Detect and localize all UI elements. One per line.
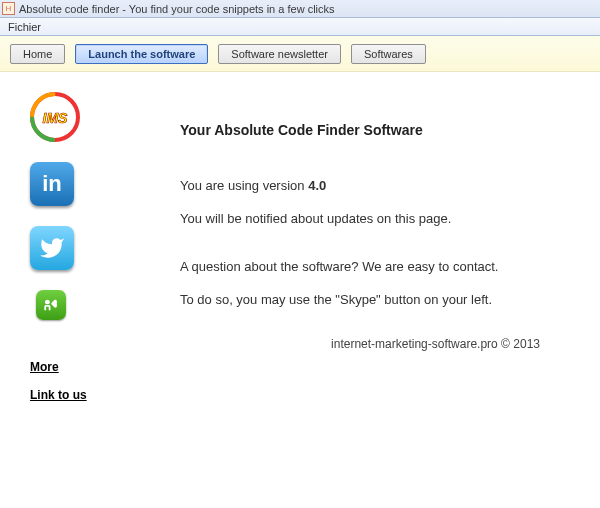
title-bar: H Absolute code finder - You find your c… (0, 0, 600, 18)
version-line: You are using version 4.0 (180, 178, 580, 195)
page-heading: Your Absolute Code Finder Software (180, 122, 580, 138)
menu-bar: Fichier (0, 18, 600, 36)
updates-line: You will be notified about updates on th… (180, 211, 580, 228)
content-area: IMS in More Link to us Your Absolute Cod… (0, 72, 600, 416)
version-number: 4.0 (308, 178, 326, 193)
newsletter-button[interactable]: Software newsletter (218, 44, 341, 64)
menu-fichier[interactable]: Fichier (2, 20, 47, 34)
sidebar-links: More Link to us (30, 360, 87, 416)
window-title: Absolute code finder - You find your cod… (19, 3, 335, 15)
link-to-us-link[interactable]: Link to us (30, 388, 87, 402)
footer-text: internet-marketing-software.pro © 2013 (331, 337, 540, 351)
linkedin-icon[interactable]: in (30, 162, 74, 206)
softwares-button[interactable]: Softwares (351, 44, 426, 64)
more-link[interactable]: More (30, 360, 87, 374)
toolbar: Home Launch the software Software newsle… (0, 36, 600, 72)
home-button[interactable]: Home (10, 44, 65, 64)
skype-hint-line: To do so, you may use the "Skype" button… (180, 292, 580, 309)
footer: internet-marketing-software.pro © 2013 (180, 329, 580, 351)
twitter-icon[interactable] (30, 226, 74, 270)
question-line: A question about the software? We are ea… (180, 259, 580, 276)
app-icon: H (2, 2, 15, 15)
svg-text:IMS: IMS (43, 110, 69, 126)
ims-logo-icon[interactable]: IMS (30, 92, 80, 142)
sidebar: IMS in More Link to us (30, 92, 140, 416)
launch-button[interactable]: Launch the software (75, 44, 208, 64)
main-panel: Your Absolute Code Finder Software You a… (140, 92, 590, 416)
skype-icon[interactable] (36, 290, 66, 320)
